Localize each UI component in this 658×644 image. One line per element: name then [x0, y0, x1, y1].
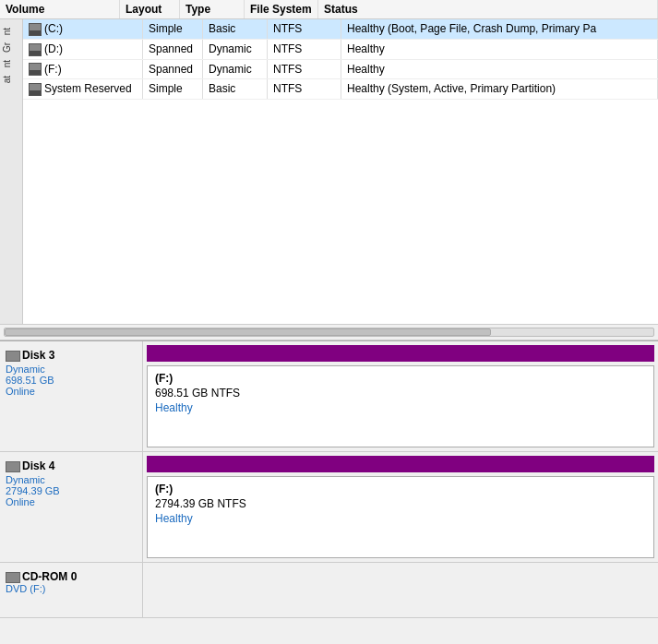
disk-row: Disk 3 Dynamic 698.51 GB Online (F:) 698…	[0, 341, 658, 452]
horizontal-scrollbar[interactable]	[0, 324, 658, 340]
cell-type: Basic	[203, 19, 268, 39]
disk-size: 698.51 GB	[6, 375, 137, 386]
table-row[interactable]: (F:) Spanned Dynamic NTFS Healthy	[23, 60, 658, 80]
cell-filesystem: NTFS	[268, 40, 341, 59]
table-row[interactable]: System Reserved Simple Basic NTFS Health…	[23, 79, 658, 100]
cell-volume: System Reserved	[23, 79, 143, 99]
cdrom-label: CD-ROM 0 DVD (F:)	[0, 563, 143, 617]
disk-label: Disk 4 Dynamic 2794.39 GB Online	[0, 452, 143, 562]
partition-drive: (F:)	[155, 372, 646, 385]
left-nav-item: Gr	[0, 39, 22, 56]
cell-type: Dynamic	[203, 60, 268, 79]
disk-row: Disk 4 Dynamic 2794.39 GB Online (F:) 27…	[0, 452, 658, 563]
disk-content: (F:) 2794.39 GB NTFS Healthy	[143, 452, 658, 562]
header-status: Status	[318, 0, 658, 18]
volume-icon	[29, 23, 42, 36]
volume-icon	[29, 83, 42, 96]
table-row[interactable]: (C:) Simple Basic NTFS Healthy (Boot, Pa…	[23, 19, 658, 40]
cell-status: Healthy (Boot, Page File, Crash Dump, Pr…	[341, 19, 658, 39]
cell-layout: Simple	[143, 79, 203, 99]
scrollbar-track	[4, 328, 654, 337]
table-area: nt Gr nt at (C:) Simple Basic NTFS Healt…	[0, 19, 658, 324]
header-layout: Layout	[120, 0, 180, 18]
cell-filesystem: NTFS	[268, 19, 341, 39]
disk-label: Disk 3 Dynamic 698.51 GB Online	[0, 341, 143, 451]
cell-layout: Spanned	[143, 60, 203, 79]
disk-content: (F:) 698.51 GB NTFS Healthy	[143, 341, 658, 451]
volume-icon	[29, 63, 42, 76]
disk-bar	[147, 456, 654, 472]
partition-status: Healthy	[155, 512, 646, 525]
cell-status: Healthy (System, Active, Primary Partiti…	[341, 79, 658, 99]
cdrom-content	[143, 563, 658, 617]
partition-info: 2794.39 GB NTFS	[155, 497, 646, 510]
cdrom-drive: DVD (F:)	[6, 583, 137, 594]
cell-type: Dynamic	[203, 40, 268, 59]
cell-filesystem: NTFS	[268, 79, 341, 99]
cell-filesystem: NTFS	[268, 60, 341, 79]
cell-status: Healthy	[341, 60, 658, 79]
volume-icon	[29, 43, 42, 56]
left-nav-item: nt	[0, 56, 22, 71]
cell-layout: Simple	[143, 19, 203, 39]
disk-status: Online	[6, 386, 137, 397]
header-filesystem: File System	[245, 0, 318, 18]
disk-type: Dynamic	[6, 364, 137, 375]
partition-status: Healthy	[155, 401, 646, 414]
disk-partition[interactable]: (F:) 2794.39 GB NTFS Healthy	[147, 476, 654, 558]
cell-volume: (D:)	[23, 40, 143, 59]
disk-icon	[6, 461, 20, 472]
disk-id: Disk 3	[6, 349, 137, 362]
table-header: Volume Layout Type File System Status	[0, 0, 658, 19]
cdrom-id: CD-ROM 0	[6, 570, 137, 583]
table-row[interactable]: (D:) Spanned Dynamic NTFS Healthy	[23, 40, 658, 60]
cdrom-icon	[6, 572, 20, 583]
disk-status: Online	[6, 496, 137, 507]
disk-panel: Disk 3 Dynamic 698.51 GB Online (F:) 698…	[0, 341, 658, 618]
partition-info: 698.51 GB NTFS	[155, 387, 646, 400]
left-nav: nt Gr nt at	[0, 19, 23, 324]
partition-drive: (F:)	[155, 483, 646, 495]
cdrom-row: CD-ROM 0 DVD (F:)	[0, 563, 658, 618]
scrollbar-thumb[interactable]	[5, 328, 491, 336]
header-volume: Volume	[0, 0, 120, 18]
left-nav-item: nt	[0, 24, 22, 39]
disk-size: 2794.39 GB	[6, 485, 137, 496]
cell-layout: Spanned	[143, 40, 203, 59]
left-nav-item: at	[0, 72, 22, 87]
header-type: Type	[180, 0, 245, 18]
disk-icon	[6, 351, 20, 362]
cell-type: Basic	[203, 79, 268, 99]
disk-id: Disk 4	[6, 459, 137, 472]
disk-bar	[147, 345, 654, 362]
cell-volume: (F:)	[23, 60, 143, 79]
disk-type: Dynamic	[6, 474, 137, 485]
cell-volume: (C:)	[23, 19, 143, 39]
table-content: (C:) Simple Basic NTFS Healthy (Boot, Pa…	[23, 19, 658, 324]
cell-status: Healthy	[341, 40, 658, 59]
disk-partition[interactable]: (F:) 698.51 GB NTFS Healthy	[147, 365, 654, 447]
